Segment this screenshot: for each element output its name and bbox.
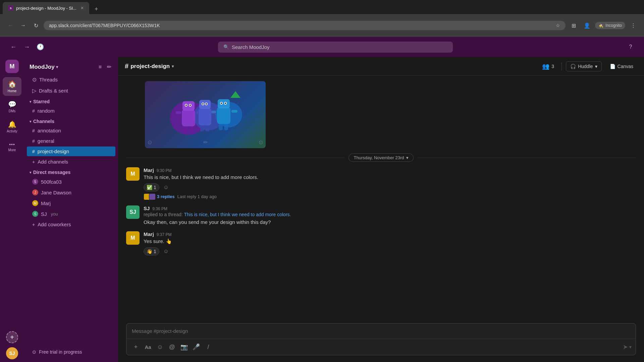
rail-item-activity[interactable]: 🔔 Activity <box>3 117 21 136</box>
search-placeholder: Search MoodJoy <box>232 44 270 50</box>
new-tab-btn[interactable]: + <box>92 4 101 14</box>
nav-history-btn[interactable]: 🕐 <box>35 42 46 52</box>
back-btn[interactable]: ← <box>5 20 15 31</box>
hash-icon-project-design: # <box>32 149 35 154</box>
forward-btn[interactable]: → <box>18 20 28 31</box>
search-bar[interactable]: 🔍 Search MoodJoy <box>218 42 453 53</box>
message-input-box: + Aa ☺ @ 📷 🎤 / ➤ ▾ <box>126 323 636 355</box>
emoji-btn[interactable]: ☺ <box>155 342 165 352</box>
svg-point-20 <box>206 103 207 105</box>
message-text-3: Yes sure. 👆 <box>144 238 636 245</box>
workspace-avatar[interactable]: M <box>5 60 19 73</box>
slash-btn[interactable]: / <box>203 342 214 352</box>
add-workspace-btn[interactable]: + <box>6 331 18 343</box>
filter-btn[interactable]: ≡ <box>97 62 103 71</box>
drafts-icon: ▷ <box>32 87 36 94</box>
sidebar-item-project-design[interactable]: # project-design <box>27 146 115 156</box>
add-coworkers-label: Add coworkers <box>38 222 71 227</box>
avatar-marj-1: M <box>126 167 140 181</box>
format-text-btn[interactable]: Aa <box>143 342 153 352</box>
reaction-btn-1[interactable]: ✅ 1 <box>144 183 159 191</box>
reaction-btn-3[interactable]: 👋 1 <box>144 247 159 255</box>
huddle-btn[interactable]: 🎧 Huddle ▾ <box>566 61 601 71</box>
sidebar-item-threads[interactable]: ⊙ Threads <box>27 74 115 85</box>
address-bar[interactable]: app.slack.com/client/T067MEBPPUY/C066X15… <box>44 21 566 30</box>
sidebar-add-coworkers[interactable]: + Add coworkers <box>27 220 115 229</box>
nav-back-btn[interactable]: ← <box>8 42 19 52</box>
sidebar-dm-jane[interactable]: J Jane Dawson <box>27 187 115 197</box>
header-divider <box>561 62 562 70</box>
sidebar-add-channels[interactable]: + Add channels <box>27 157 115 167</box>
add-reaction-btn-1[interactable]: ☺ <box>161 183 171 191</box>
svg-point-22 <box>225 103 226 104</box>
sidebar-dm-section[interactable]: ▾ Direct messages <box>24 167 118 176</box>
active-tab[interactable]: S project-design - MoodJoy - Sl... ✕ <box>3 2 89 14</box>
rail-item-home[interactable]: 🏠 Home <box>3 77 21 96</box>
sidebar-bottom: ⊙ Free trial in progress <box>24 343 118 359</box>
workspace-name[interactable]: MoodJoy ▾ <box>30 64 95 70</box>
sidebar-item-random[interactable]: # random <box>27 106 115 116</box>
browser-tabs: S project-design - MoodJoy - Sl... ✕ + <box>0 0 644 14</box>
svg-point-17 <box>185 105 187 106</box>
send-chevron-btn[interactable]: ▾ <box>629 344 632 350</box>
sidebar-dm-500fca03[interactable]: 5 500fca03 <box>27 177 115 187</box>
tab-title: project-design - MoodJoy - Sl... <box>16 6 76 11</box>
tab-close-btn[interactable]: ✕ <box>80 6 84 10</box>
sidebar-starred-section[interactable]: ▾ Starred <box>24 96 118 106</box>
sidebar-dm-sj[interactable]: S SJ you <box>27 209 115 219</box>
hash-icon-general: # <box>32 138 35 144</box>
date-divider-line-right <box>418 158 636 158</box>
free-trial-btn[interactable]: ⊙ Free trial in progress <box>30 347 113 357</box>
image-preview[interactable]: ⊙✏⊙ <box>145 81 266 148</box>
channels-chevron-icon: ▾ <box>30 120 31 123</box>
sidebar-dm-you-label: you <box>51 212 58 217</box>
message-header-3: Marj 9:37 PM <box>144 231 636 237</box>
add-attachment-btn[interactable]: + <box>130 342 141 352</box>
date-divider-text[interactable]: Thursday, November 23rd ▾ <box>348 154 413 162</box>
nav-forward-btn[interactable]: → <box>21 42 32 52</box>
reply-avatars-1 <box>144 193 154 200</box>
message-input-field[interactable] <box>126 323 636 339</box>
rail-item-more[interactable]: ••• More <box>3 137 21 156</box>
mention-btn[interactable]: @ <box>167 342 177 352</box>
channel-name[interactable]: # project-design ▾ <box>125 62 174 70</box>
svg-rect-8 <box>182 101 195 111</box>
audio-btn[interactable]: 🎤 <box>191 342 202 352</box>
svg-rect-30 <box>200 125 204 131</box>
svg-rect-28 <box>183 126 187 132</box>
replied-quote-link[interactable]: This is nice, but I think we need to add… <box>184 212 291 217</box>
channel-hash-icon: # <box>125 62 128 70</box>
reload-btn[interactable]: ↻ <box>31 20 41 31</box>
dm-avatar-jane: J <box>32 189 38 195</box>
canvas-btn[interactable]: 📄 Canvas <box>606 62 637 71</box>
profile-btn[interactable]: 👤 <box>582 20 592 31</box>
dm-avatar-500fca03: 5 <box>32 179 38 185</box>
members-btn[interactable]: 👥 3 <box>539 61 557 72</box>
members-count: 3 <box>551 64 554 69</box>
menu-btn[interactable]: ⋮ <box>628 20 639 31</box>
messages-area: ⊙✏⊙ Thursday, November 23rd ▾ M Marj <box>118 76 644 319</box>
sidebar-item-general[interactable]: # general <box>27 136 115 146</box>
add-reaction-btn-3[interactable]: ☺ <box>161 247 171 255</box>
address-bar-text: app.slack.com/client/T067MEBPPUY/C066X15… <box>49 23 553 28</box>
sidebar-annotation-label: annotation <box>38 128 61 133</box>
sidebar-item-drafts[interactable]: ▷ Drafts & sent <box>27 85 115 96</box>
huddle-icon: 🎧 <box>570 64 576 69</box>
user-avatar[interactable]: SJ <box>6 347 18 359</box>
plus-icon-coworkers: + <box>32 222 35 227</box>
activity-icon: 🔔 <box>8 120 16 128</box>
sidebar-channels-section[interactable]: ▾ Channels <box>24 116 118 125</box>
compose-btn[interactable]: ✏ <box>106 62 113 71</box>
send-btn[interactable]: ➤ <box>623 343 628 351</box>
extensions-btn[interactable]: ⊞ <box>568 20 579 31</box>
thread-replies-1[interactable]: 3 replies Last reply 1 day ago <box>144 193 636 200</box>
rail-item-dms[interactable]: 💬 DMs <box>3 97 21 116</box>
workspace-initial: M <box>10 63 15 70</box>
sidebar-dm-marj[interactable]: M Marj <box>27 198 115 208</box>
video-btn[interactable]: 📷 <box>179 342 190 352</box>
sidebar-item-annotation[interactable]: # annotation <box>27 126 115 135</box>
help-btn[interactable]: ? <box>625 42 636 52</box>
channel-header-right: 👥 3 🎧 Huddle ▾ 📄 Canvas <box>539 61 637 72</box>
date-divider-line-left <box>126 158 344 158</box>
channel-header: # project-design ▾ 👥 3 🎧 Huddle ▾ 📄 Canv… <box>118 57 644 76</box>
